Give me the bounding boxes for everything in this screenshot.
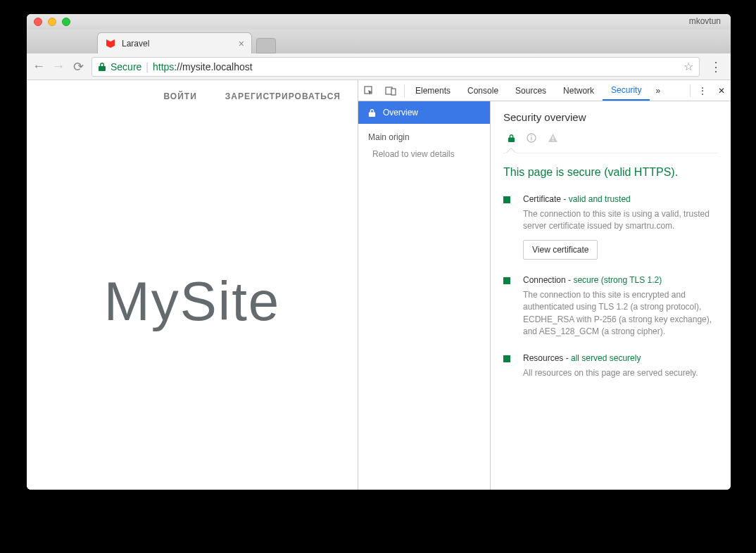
url-host: ://mysite.localhost bbox=[174, 61, 252, 72]
reload-hint[interactable]: Reload to view details bbox=[358, 145, 490, 163]
browser-window: mkovtun Laravel × ← → ⟳ Secure | https:/… bbox=[27, 14, 731, 490]
security-sidebar: Overview Main origin Reload to view deta… bbox=[358, 101, 491, 490]
status-square-icon bbox=[503, 355, 510, 362]
certificate-block: Certificate - valid and trusted The conn… bbox=[503, 194, 718, 260]
hero-title: MySite bbox=[104, 269, 280, 333]
close-window-button[interactable] bbox=[34, 18, 42, 26]
resources-title: Resources - all served securely bbox=[523, 353, 718, 363]
connection-title: Connection - secure (strong TLS 1.2) bbox=[523, 275, 718, 285]
close-tab-icon[interactable]: × bbox=[239, 38, 244, 49]
svg-rect-4 bbox=[531, 137, 531, 141]
secure-label: Secure bbox=[111, 61, 141, 72]
login-link[interactable]: ВОЙТИ bbox=[164, 91, 197, 101]
back-button[interactable]: ← bbox=[32, 59, 45, 74]
reload-button[interactable]: ⟳ bbox=[72, 59, 84, 75]
svg-rect-5 bbox=[531, 135, 531, 136]
connection-block: Connection - secure (strong TLS 1.2) The… bbox=[503, 275, 718, 338]
svg-rect-6 bbox=[553, 136, 553, 139]
minimize-window-button[interactable] bbox=[48, 18, 56, 26]
address-bar[interactable]: Secure | https://mysite.localhost ☆ bbox=[92, 57, 700, 77]
devtools: Elements Console Sources Network Securit… bbox=[358, 80, 731, 490]
status-info-icon bbox=[527, 133, 536, 143]
more-tabs-icon[interactable]: » bbox=[650, 80, 666, 101]
tab-title: Laravel bbox=[122, 39, 149, 49]
browser-menu-button[interactable]: ⋮ bbox=[707, 59, 725, 75]
webpage: ВОЙТИ ЗАРЕГИСТРИРОВАТЬСЯ MySite bbox=[27, 80, 358, 490]
browser-tab[interactable]: Laravel × bbox=[97, 32, 252, 53]
svg-rect-7 bbox=[553, 140, 553, 141]
secure-indicator[interactable]: Secure bbox=[98, 61, 141, 72]
devtools-close-icon[interactable]: ✕ bbox=[712, 86, 731, 96]
resources-desc: All resources on this page are served se… bbox=[523, 367, 718, 379]
tab-elements[interactable]: Elements bbox=[407, 80, 459, 101]
view-certificate-button[interactable]: View certificate bbox=[523, 240, 598, 260]
tab-sources[interactable]: Sources bbox=[507, 80, 555, 101]
status-secure-icon bbox=[508, 134, 515, 143]
secure-headline: This page is secure (valid HTTPS). bbox=[503, 166, 718, 179]
tab-security[interactable]: Security bbox=[603, 80, 650, 101]
url-text: https://mysite.localhost bbox=[153, 61, 253, 72]
device-toolbar-icon[interactable] bbox=[379, 80, 402, 101]
profile-name[interactable]: mkovtun bbox=[689, 16, 721, 26]
traffic-lights bbox=[34, 18, 70, 26]
certificate-title: Certificate - valid and trusted bbox=[523, 194, 718, 204]
certificate-desc: The connection to this site is using a v… bbox=[523, 208, 718, 233]
url-scheme: https bbox=[153, 61, 174, 72]
laravel-favicon-icon bbox=[105, 38, 116, 49]
status-square-icon bbox=[503, 277, 510, 284]
main-origin-label: Main origin bbox=[358, 124, 490, 145]
new-tab-button[interactable] bbox=[256, 38, 276, 53]
devtools-body: Overview Main origin Reload to view deta… bbox=[358, 101, 731, 490]
hero: MySite bbox=[27, 113, 358, 490]
titlebar: mkovtun bbox=[27, 14, 731, 30]
page-nav: ВОЙТИ ЗАРЕГИСТРИРОВАТЬСЯ bbox=[27, 80, 358, 113]
panel-title: Security overview bbox=[503, 111, 718, 123]
toolbar: ← → ⟳ Secure | https://mysite.localhost … bbox=[27, 53, 731, 80]
maximize-window-button[interactable] bbox=[62, 18, 70, 26]
url-separator: | bbox=[146, 61, 149, 72]
tab-console[interactable]: Console bbox=[459, 80, 507, 101]
security-main: Security overview This page is bbox=[491, 101, 731, 490]
content-area: ВОЙТИ ЗАРЕГИСТРИРОВАТЬСЯ MySite Elements… bbox=[27, 80, 731, 490]
status-icon-row bbox=[503, 130, 718, 153]
overview-label: Overview bbox=[383, 108, 418, 117]
register-link[interactable]: ЗАРЕГИСТРИРОВАТЬСЯ bbox=[225, 91, 341, 101]
svg-rect-2 bbox=[391, 89, 396, 95]
status-warning-icon bbox=[548, 133, 558, 143]
tab-network[interactable]: Network bbox=[555, 80, 603, 101]
devtools-menu-icon[interactable]: ⋮ bbox=[693, 86, 712, 96]
lock-icon bbox=[98, 62, 106, 72]
devtools-tabbar: Elements Console Sources Network Securit… bbox=[358, 80, 731, 101]
resources-block: Resources - all served securely All reso… bbox=[503, 353, 718, 379]
sidebar-overview[interactable]: Overview bbox=[358, 101, 490, 124]
tabstrip: Laravel × bbox=[27, 30, 731, 53]
lock-icon bbox=[368, 108, 376, 117]
connection-desc: The connection to this site is encrypted… bbox=[523, 289, 718, 338]
forward-button[interactable]: → bbox=[52, 59, 65, 74]
inspect-element-icon[interactable] bbox=[358, 80, 379, 101]
status-square-icon bbox=[503, 196, 510, 203]
bookmark-star-icon[interactable]: ☆ bbox=[683, 60, 693, 73]
